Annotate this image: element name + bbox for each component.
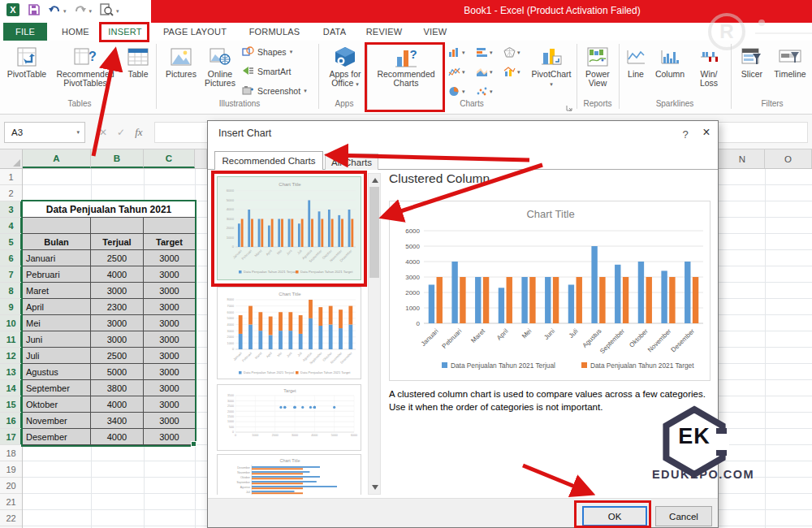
table-row[interactable] [23,218,195,234]
row-header-11[interactable]: 11 [0,331,22,348]
dialog-close-icon[interactable]: × [698,125,715,140]
row-header-14[interactable]: 14 [0,380,22,396]
column-header-n[interactable]: N [720,149,765,168]
cell[interactable]: April [23,299,91,315]
cell[interactable] [23,218,91,234]
recommended-pivottables-button[interactable]: ? Recommended PivotTables [49,44,122,88]
header-cell-bulan[interactable]: Bulan [23,234,91,250]
pivottable-button[interactable]: PivotTable [5,44,49,79]
row-header-8[interactable]: 8 [0,283,22,299]
insert-pie-chart-button[interactable]: ▾ [448,86,465,97]
print-preview-icon[interactable] [99,3,114,19]
table-row-januari[interactable]: Januari25003000 [23,250,195,266]
column-header-a[interactable]: A [23,149,91,168]
tab-recommended-charts[interactable]: Recommended Charts [214,151,323,170]
tab-formulas[interactable]: FORMULAS [242,23,307,41]
redo-caret-icon[interactable]: ▾ [89,8,93,15]
column-header-c[interactable]: C [144,149,195,168]
row-header-18[interactable]: 18 [0,445,22,461]
row-header-15[interactable]: 15 [0,396,22,413]
table-row-desember[interactable]: Desember40003000 [23,429,195,445]
save-icon[interactable] [28,3,41,19]
cell[interactable]: 4000 [91,396,144,413]
cell[interactable]: Juli [23,348,91,364]
sparkline-column-button[interactable]: Column [651,44,689,79]
cell[interactable]: 3800 [91,380,144,396]
cell[interactable]: 3000 [144,429,195,445]
row-header-2[interactable]: 2 [0,185,22,201]
tab-view[interactable]: VIEW [416,23,455,41]
screenshot-button[interactable]: Screenshot▾ [242,85,307,97]
ok-button[interactable]: OK [582,506,647,526]
scroll-up-icon[interactable] [372,178,378,183]
tab-page-layout[interactable]: PAGE LAYOUT [153,23,237,41]
row-header-12[interactable]: 12 [0,348,22,364]
table-row-juni[interactable]: Juni30003000 [23,331,195,348]
insert-line-chart-button[interactable]: ▾ [448,67,465,77]
row-header-6[interactable]: 6 [0,250,22,266]
cell[interactable] [91,218,144,234]
table-row-oktober[interactable]: Oktober40003000 [23,396,195,413]
row-header-13[interactable]: 13 [0,364,22,380]
cell[interactable]: 3000 [144,266,195,283]
thumbnail-scatter[interactable]: Target0500100015002000250030003500010002… [217,384,361,451]
cell[interactable] [144,218,195,234]
table-title-cell[interactable]: Data Penjualan Tahun 2021 [23,201,195,218]
cell[interactable]: 4000 [91,429,144,445]
pivotchart-button[interactable]: PivotChart▾ [529,44,573,89]
power-view-button[interactable]: Power View [580,44,615,88]
redo-icon[interactable] [74,4,87,19]
row-header-22[interactable]: 22 [0,510,22,526]
cancel-button[interactable]: Cancel [655,506,712,526]
tab-all-charts[interactable]: All Charts [325,154,378,170]
cell[interactable]: 3000 [144,348,195,364]
cell[interactable]: September [23,380,91,396]
online-pictures-button[interactable]: Online Pictures [201,44,239,88]
table-header-row[interactable]: Bulan Terjual Target [23,234,195,250]
cell[interactable]: 3000 [91,315,144,331]
column-header-b[interactable]: B [91,149,144,168]
cell[interactable]: Oktober [23,396,91,413]
cell[interactable]: 4000 [91,266,144,283]
cell[interactable]: 3000 [144,413,195,429]
row-header-17[interactable]: 17 [0,429,22,445]
excel-logo-icon[interactable]: X [6,2,20,20]
table-row-september[interactable]: September38003000 [23,380,195,396]
column-header-o[interactable]: O [765,149,812,168]
header-cell-terjual[interactable]: Terjual [91,234,144,250]
cell[interactable]: 3000 [144,331,195,348]
name-box-caret-icon[interactable]: ▾ [76,129,80,136]
row-header-19[interactable]: 19 [0,461,22,478]
table-row-maret[interactable]: Maret30003000 [23,283,195,299]
row-header-10[interactable]: 10 [0,315,22,331]
insert-radar-chart-button[interactable]: ▾ [503,47,520,58]
pictures-button[interactable]: Pictures [162,44,200,79]
row-header-3[interactable]: 3 [0,201,22,218]
undo-icon[interactable] [48,4,61,19]
table-row-april[interactable]: April23003000 [23,299,195,315]
row-header-5[interactable]: 5 [0,234,22,250]
column-header-d[interactable] [195,149,207,168]
cell[interactable]: 3000 [144,364,195,380]
formula-cancel-icon[interactable]: ✕ [99,127,107,138]
recommended-charts-button[interactable]: ? Recommended Charts [370,44,442,88]
cell[interactable]: Maret [23,283,91,299]
cell[interactable]: Juni [23,331,91,348]
row-header-4[interactable]: 4 [0,218,22,234]
tab-insert[interactable]: INSERT [101,23,149,41]
cell[interactable]: 3000 [144,396,195,413]
cell[interactable]: 2500 [91,348,144,364]
charts-dialog-launcher-icon[interactable] [565,101,573,115]
table-row-agustus[interactable]: Agustus50003000 [23,364,195,380]
smartart-button[interactable]: SmartArt [242,66,291,77]
thumbnail-bar[interactable]: Chart TitleDesemberNovemberOktoberSeptem… [217,454,361,495]
cell[interactable]: Agustus [23,364,91,380]
undo-caret-icon[interactable]: ▾ [63,8,67,15]
cell[interactable]: 3400 [91,413,144,429]
insert-bar-chart-button[interactable]: ▾ [476,47,493,58]
scrollbar-thumb[interactable] [369,187,379,278]
cell[interactable]: 3000 [144,380,195,396]
qat-customize-icon[interactable]: ▾ [116,8,119,15]
apps-for-office-button[interactable]: Apps for Office ▾ [323,44,367,89]
shapes-button[interactable]: Shapes▾ [242,46,292,58]
